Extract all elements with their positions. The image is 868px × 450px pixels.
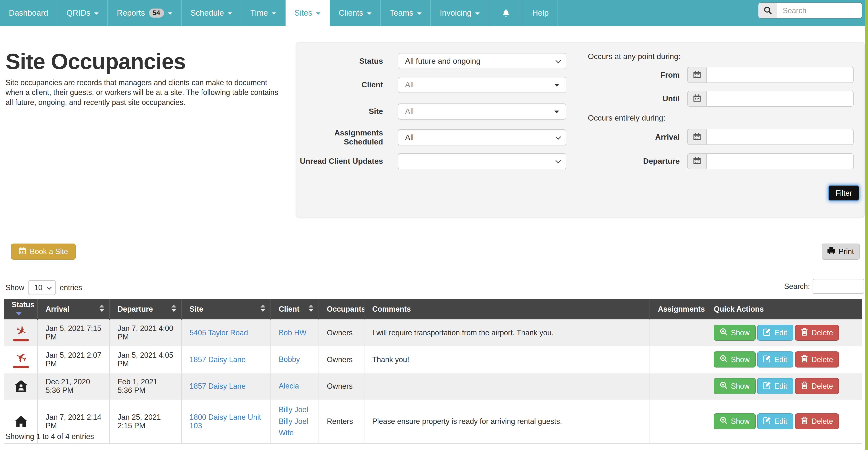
calendar-addon[interactable] <box>688 67 707 83</box>
from-date-input[interactable] <box>707 67 853 83</box>
action-label: Delete <box>811 328 833 337</box>
navbar-search-input[interactable] <box>777 3 862 18</box>
trash-icon <box>801 328 808 338</box>
nav-item-schedule[interactable]: Schedule <box>182 0 242 26</box>
nav-item-label: Help <box>532 8 549 18</box>
action-label: Edit <box>774 355 787 364</box>
arrival-date-input[interactable] <box>707 129 853 144</box>
status-select[interactable]: All future and ongoing <box>398 53 566 69</box>
client-cell: Billy JoelBilly Joel Wife <box>271 399 319 443</box>
site-link[interactable]: 5405 Taylor Road <box>190 328 248 337</box>
assignments-cell <box>650 399 706 443</box>
site-select[interactable]: All <box>398 103 566 120</box>
page-size-select[interactable]: 10 <box>28 280 56 295</box>
entries-label: entries <box>60 283 82 292</box>
delete-button[interactable]: Delete <box>795 378 839 394</box>
sort-icon <box>260 304 265 312</box>
status-cell: ✈ <box>4 319 38 346</box>
calendar-addon[interactable] <box>688 129 707 144</box>
nav-item-dashboard[interactable]: Dashboard <box>0 0 57 26</box>
column-header-label: Comments <box>372 305 411 313</box>
assignments-scheduled-select[interactable]: All <box>398 129 566 146</box>
edit-button[interactable]: Edit <box>757 325 793 341</box>
action-label: Show <box>731 328 750 337</box>
column-header-assignments[interactable]: Assignments <box>650 299 706 319</box>
top-navbar: DashboardQRIDsReports54ScheduleTimeSites… <box>0 0 868 26</box>
edit-button[interactable]: Edit <box>757 413 793 429</box>
nav-item-reports[interactable]: Reports54 <box>108 0 181 26</box>
status-cell: ✈ <box>4 346 38 373</box>
column-header-departure[interactable]: Departure <box>110 299 182 319</box>
table-search-input[interactable] <box>813 279 864 294</box>
client-link[interactable]: Bob HW <box>279 327 311 339</box>
departure-date-input[interactable] <box>707 154 853 169</box>
magnifier-plus-icon <box>720 417 727 426</box>
delete-button[interactable]: Delete <box>795 351 839 367</box>
client-select[interactable]: All <box>398 77 566 93</box>
column-header-occupants[interactable]: Occupants <box>319 299 364 319</box>
print-label: Print <box>839 247 854 256</box>
filter-button[interactable]: Filter <box>829 185 859 201</box>
client-link[interactable]: Billy Joel Wife <box>279 416 311 439</box>
column-header-quick-actions[interactable]: Quick Actions <box>706 299 862 319</box>
column-header-client[interactable]: Client <box>271 299 319 319</box>
site-link[interactable]: 1857 Daisy Lane <box>190 382 246 390</box>
bell-icon <box>502 8 510 17</box>
chevron-down-icon <box>228 12 232 14</box>
nav-item-sites[interactable]: Sites <box>286 0 330 26</box>
page-size-value: 10 <box>34 283 42 292</box>
column-header-site[interactable]: Site <box>182 299 271 319</box>
assignments-cell <box>650 319 706 346</box>
site-link[interactable]: 1800 Daisy Lane Unit 103 <box>190 413 263 430</box>
occupants-cell: Owners <box>319 319 364 346</box>
show-button[interactable]: Show <box>714 378 755 394</box>
book-a-site-label: Book a Site <box>30 247 68 256</box>
print-button[interactable]: Print <box>822 244 860 260</box>
delete-button[interactable]: Delete <box>795 413 839 429</box>
until-date-input[interactable] <box>707 91 853 106</box>
departure-date-group <box>687 153 854 169</box>
filter-date-section: Occurs at any point during: Occurs entir… <box>587 42 864 217</box>
column-header-comments[interactable]: Comments <box>364 299 650 319</box>
nav-item-qrids[interactable]: QRIDs <box>57 0 108 26</box>
book-a-site-button[interactable]: Book a Site <box>11 244 76 260</box>
nav-item-help[interactable]: Help <box>523 0 558 26</box>
client-link[interactable]: Bobby <box>279 354 311 365</box>
show-button[interactable]: Show <box>714 351 755 367</box>
occupancies-table: StatusArrivalDepartureSiteClientOccupant… <box>4 299 862 444</box>
nav-item-label: Invoicing <box>440 8 472 18</box>
nav-item-bell[interactable] <box>489 0 523 26</box>
calendar-icon <box>693 94 701 104</box>
edit-button[interactable]: Edit <box>757 378 793 394</box>
home-icon <box>12 416 31 427</box>
date-row-arrival: Arrival <box>587 129 854 145</box>
action-label: Delete <box>811 382 833 390</box>
show-button[interactable]: Show <box>714 413 755 429</box>
nav-item-label: Clients <box>339 8 364 18</box>
until-date-group <box>687 91 854 107</box>
plane-departure-icon: ✈ <box>12 351 31 368</box>
column-header-status[interactable]: Status <box>4 299 38 319</box>
action-label: Delete <box>811 355 833 364</box>
page-title: Site Occupancies <box>6 49 186 74</box>
filter-label-arrival: Arrival <box>587 132 680 141</box>
site-link[interactable]: 1857 Daisy Lane <box>190 355 246 364</box>
nav-item-label: Time <box>250 8 268 18</box>
column-header-arrival[interactable]: Arrival <box>38 299 110 319</box>
delete-button[interactable]: Delete <box>795 325 839 341</box>
pencil-square-icon <box>763 355 771 364</box>
table-search-control: Search: <box>784 279 864 294</box>
calendar-addon[interactable] <box>688 91 707 106</box>
client-link[interactable]: Alecia <box>279 380 311 392</box>
nav-item-time[interactable]: Time <box>241 0 285 26</box>
nav-item-invoicing[interactable]: Invoicing <box>431 0 489 26</box>
show-button[interactable]: Show <box>714 325 755 341</box>
action-label: Edit <box>774 382 787 390</box>
edit-button[interactable]: Edit <box>757 351 793 367</box>
nav-item-clients[interactable]: Clients <box>330 0 381 26</box>
client-link[interactable]: Billy Joel <box>279 404 311 415</box>
unread-client-updates-select[interactable] <box>398 153 566 169</box>
filter-row-status: StatusAll future and ongoing <box>296 53 576 69</box>
nav-item-teams[interactable]: Teams <box>381 0 431 26</box>
calendar-addon[interactable] <box>688 154 707 169</box>
